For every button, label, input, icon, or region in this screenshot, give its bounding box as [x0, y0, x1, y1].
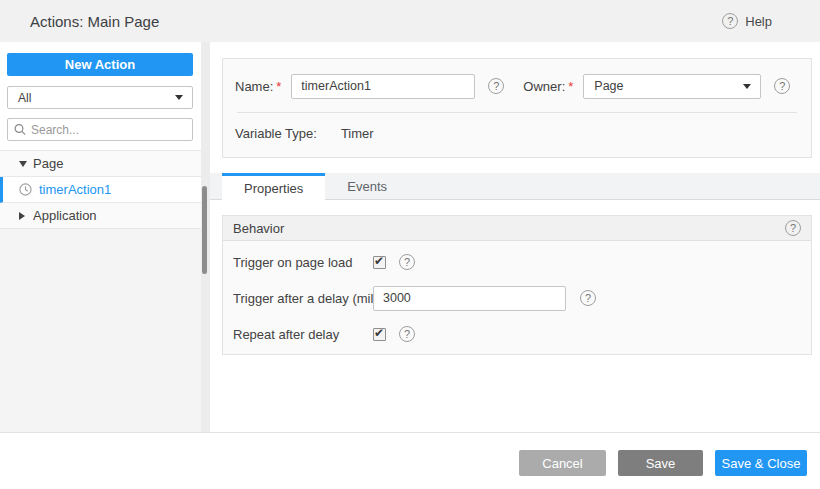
tree-node-timer-action-label: timerAction1 — [39, 182, 179, 197]
tab-events[interactable]: Events — [325, 173, 409, 200]
save-and-close-button[interactable]: Save & Close — [715, 450, 807, 476]
owner-help-icon[interactable] — [774, 78, 790, 94]
trigger-on-page-load-row: Trigger on page load — [233, 249, 811, 275]
help-link[interactable]: Help — [722, 13, 772, 29]
tree-node-page[interactable]: Page — [0, 151, 201, 177]
clock-icon — [19, 183, 32, 196]
trigger-on-page-load-help-icon[interactable] — [399, 254, 415, 270]
actions-sidebar: New Action All Page — [0, 42, 201, 432]
actions-dialog: Actions: Main Page Help New Action All P… — [0, 0, 820, 489]
cancel-button[interactable]: Cancel — [519, 450, 606, 476]
filter-dropdown[interactable]: All — [7, 86, 193, 109]
sidebar-scrollbar-thumb[interactable] — [202, 186, 207, 274]
chevron-down-icon — [175, 95, 183, 100]
save-button[interactable]: Save — [618, 450, 703, 476]
actions-tree: Page timerAction1 Application — [0, 150, 201, 229]
repeat-after-delay-help-icon[interactable] — [399, 326, 415, 342]
behavior-title: Behavior — [233, 221, 284, 236]
variable-type-label: Variable Type: — [235, 126, 317, 141]
trigger-after-delay-row: Trigger after a delay (millisec… — [233, 285, 811, 311]
filter-dropdown-value: All — [18, 91, 31, 105]
repeat-after-delay-checkbox[interactable] — [373, 328, 386, 341]
name-input[interactable] — [291, 74, 475, 99]
owner-select[interactable]: Page — [583, 74, 761, 99]
delay-milliseconds-input[interactable] — [373, 286, 566, 311]
search-box[interactable] — [7, 118, 193, 141]
required-asterisk: * — [568, 79, 573, 94]
behavior-panel: Behavior Trigger on page load Trigger af… — [222, 215, 812, 355]
footer-bar: Cancel Save Save & Close — [0, 432, 820, 489]
action-form-panel: Name:* Owner:* Page Variable Type: Timer — [222, 58, 812, 158]
main-content: Name:* Owner:* Page Variable Type: Timer… — [210, 42, 820, 432]
trigger-after-delay-help-icon[interactable] — [580, 290, 596, 306]
trigger-after-delay-label: Trigger after a delay (millisec… — [233, 291, 373, 306]
tree-node-application-label: Application — [33, 208, 173, 223]
name-owner-row: Name:* Owner:* Page — [235, 73, 811, 99]
tree-node-application[interactable]: Application — [0, 203, 201, 229]
expand-triangle-icon[interactable] — [19, 161, 27, 167]
name-help-icon[interactable] — [488, 78, 504, 94]
trigger-on-page-load-checkbox[interactable] — [373, 256, 386, 269]
trigger-on-page-load-label: Trigger on page load — [233, 255, 373, 270]
tree-node-page-label: Page — [33, 156, 173, 171]
search-icon — [14, 123, 26, 136]
repeat-after-delay-label: Repeat after delay — [233, 327, 373, 342]
owner-label: Owner:* — [523, 79, 573, 94]
search-input[interactable] — [31, 123, 186, 137]
variable-type-value: Timer — [341, 126, 374, 141]
variable-type-row: Variable Type: Timer — [235, 126, 811, 141]
form-divider — [237, 112, 797, 113]
required-asterisk: * — [276, 79, 281, 94]
owner-select-value: Page — [594, 79, 623, 93]
tab-bar: Properties Events — [210, 173, 820, 200]
sidebar-empty-area — [0, 229, 201, 432]
chevron-down-icon — [743, 84, 751, 89]
new-action-button[interactable]: New Action — [7, 53, 193, 76]
collapse-triangle-icon[interactable] — [19, 212, 25, 220]
page-title: Actions: Main Page — [30, 13, 159, 30]
tab-properties[interactable]: Properties — [222, 173, 325, 201]
behavior-help-icon[interactable] — [785, 220, 801, 236]
repeat-after-delay-row: Repeat after delay — [233, 321, 811, 347]
header-bar: Actions: Main Page Help — [0, 0, 820, 42]
help-icon — [722, 13, 738, 29]
name-label: Name:* — [235, 79, 281, 94]
help-label: Help — [745, 14, 772, 29]
behavior-panel-header: Behavior — [223, 216, 811, 241]
tree-node-timer-action[interactable]: timerAction1 — [0, 177, 201, 203]
